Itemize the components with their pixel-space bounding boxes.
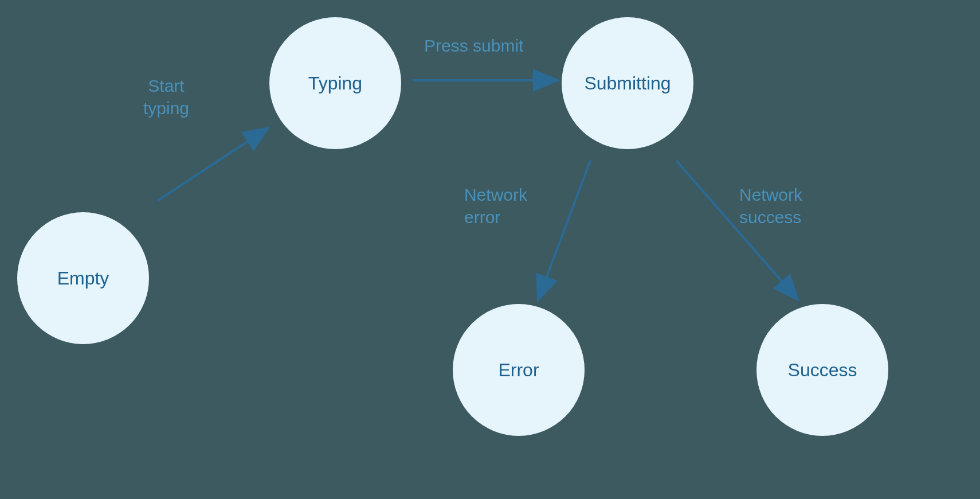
edge-label-line: Network	[739, 184, 802, 206]
node-submitting: Submitting	[562, 17, 693, 149]
edge-label-line: Start	[143, 75, 189, 97]
node-label: Empty	[57, 268, 109, 289]
node-label: Error	[498, 360, 539, 381]
node-success: Success	[756, 304, 888, 436]
arrow-network-error	[539, 161, 590, 298]
arrow-start-typing	[158, 129, 266, 201]
edge-label-network-error: Network error	[464, 184, 527, 228]
node-error: Error	[453, 304, 585, 436]
arrow-network-success	[676, 161, 797, 298]
edge-label-line: error	[464, 206, 527, 228]
node-label: Success	[788, 360, 857, 381]
edge-label-line: typing	[143, 97, 189, 119]
edge-label-line: success	[739, 206, 802, 228]
edge-label-line: Network	[464, 184, 527, 206]
node-empty: Empty	[17, 212, 149, 344]
edge-label-line: Press submit	[424, 36, 523, 55]
node-typing: Typing	[269, 17, 401, 149]
edge-label-start-typing: Start typing	[143, 75, 189, 119]
node-label: Typing	[308, 73, 362, 94]
edge-label-network-success: Network success	[739, 184, 802, 228]
node-label: Submitting	[584, 73, 671, 94]
edge-label-press-submit: Press submit	[424, 34, 523, 57]
